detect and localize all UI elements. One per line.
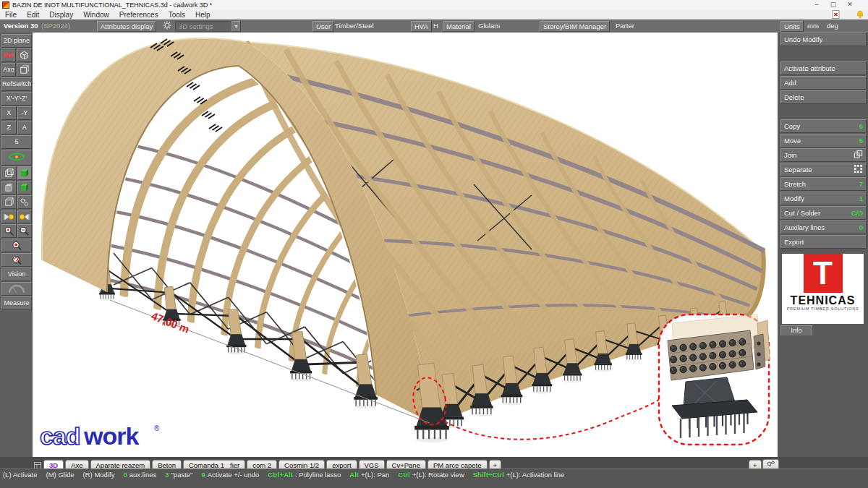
activate-attribute-button[interactable]: Activate attribute (780, 61, 867, 75)
shortcut-badge: 0 (859, 223, 863, 231)
3d-viewport[interactable]: 47,00 m cad (33, 33, 778, 457)
button-label: Stretch (784, 180, 806, 188)
status-segment: Ctrl+Alt (268, 471, 293, 479)
grid-step-button[interactable]: 5 (1, 135, 32, 149)
maximize-button[interactable]: ▢ (827, 0, 840, 9)
status-segment: (M) Glide (46, 471, 75, 479)
minus-y-axis-button[interactable]: -Y (17, 106, 33, 120)
status-segment: (R) Modify (83, 471, 115, 479)
3d-settings-dropdown[interactable]: 3D settings (175, 21, 231, 32)
render-settings-gears-icon[interactable] (17, 195, 33, 209)
sidebar-spacer (780, 105, 867, 119)
units-mm-value: mm (807, 21, 819, 30)
attributes-display-button[interactable]: Attributes display (97, 21, 156, 32)
cadwork-logo: cad work ® (38, 421, 165, 453)
close-button[interactable]: ✕ (843, 0, 856, 9)
delete-button[interactable]: Delete (780, 90, 867, 104)
refswitch-button[interactable]: RefSwitch (1, 77, 32, 91)
auxilary-lines-button[interactable]: Auxilary lines0 (780, 221, 867, 234)
sidebar-spacer (780, 47, 867, 61)
x-axis-button[interactable]: X (1, 106, 17, 120)
menu-help[interactable]: Help (190, 10, 216, 20)
storey-value: Parter (616, 21, 634, 30)
window-title: BAZIN DE INOT MULTIFUNCTIONAL_TEHNICAS.3… (12, 1, 212, 9)
minimize-button[interactable]: – (810, 0, 823, 9)
render-cube-icon[interactable] (1, 195, 17, 209)
button-label: Export (784, 238, 804, 246)
units-chip[interactable]: Units (780, 21, 804, 32)
z-axis-button[interactable]: Z (1, 121, 17, 134)
menu-window[interactable]: Window (78, 10, 114, 20)
speedometer-icon[interactable] (1, 282, 32, 296)
perspective-button[interactable]: Per (1, 48, 16, 62)
separate-button[interactable]: Separate (780, 163, 867, 176)
zoom-in-icon[interactable] (1, 224, 17, 238)
info-tab[interactable]: Info (780, 325, 812, 335)
copy-button[interactable]: Copy6 (780, 119, 867, 133)
measure-button[interactable]: Measure (1, 296, 32, 310)
tehnicas-t-mark: T (804, 254, 843, 293)
previous-view-lamp-icon[interactable] (1, 210, 17, 223)
zoom-window-icon[interactable] (1, 239, 32, 252)
button-label: Modify (784, 194, 804, 202)
menu-tools[interactable]: Tools (163, 10, 190, 20)
user-chip[interactable]: User (312, 21, 334, 32)
axonometric-button[interactable]: Axo (1, 63, 16, 77)
status-segment: 9 (201, 471, 205, 479)
cut-solder-button[interactable]: Cut / SolderC/D (780, 206, 867, 220)
undo-modify-button[interactable]: Undo Modify (780, 33, 867, 46)
rotate-3d-icon[interactable] (1, 150, 32, 166)
material-chip[interactable]: Material (443, 21, 475, 32)
axo-cube-icon[interactable] (17, 63, 32, 77)
view-sidebar: 2D plane Per Axo RefSwitch X'-Y'-Z' X -Y… (0, 33, 33, 457)
hva-chip[interactable]: HVA (411, 21, 432, 32)
button-label: Move (784, 137, 801, 145)
shortcut-badge: 5 (859, 137, 863, 145)
button-label: Activate attribute (784, 64, 835, 72)
hidden-lines-cube-icon[interactable] (1, 181, 17, 194)
stretch-button[interactable]: Stretch7 (780, 177, 867, 191)
button-label: Copy (784, 122, 800, 130)
app-icon (2, 1, 9, 9)
add-button[interactable]: Add (780, 76, 867, 90)
button-label: Cut / Solder (784, 209, 820, 217)
menu-file[interactable]: File (0, 10, 22, 20)
2d-plane-button[interactable]: 2D plane (1, 34, 32, 48)
user-value: Timber/Steel (335, 21, 374, 30)
menu-display[interactable]: Display (44, 10, 78, 20)
export-button[interactable]: Export (780, 235, 867, 249)
settings-gear-icon[interactable] (162, 20, 172, 30)
move-button[interactable]: Move5 (780, 134, 867, 147)
a-axis-button[interactable]: A (17, 121, 33, 134)
status-segment: 0 (123, 471, 127, 479)
button-label: Auxilary lines (784, 223, 825, 231)
menu-edit[interactable]: Edit (22, 10, 44, 20)
status-segment: +(L): Activation line (506, 471, 565, 479)
status-segment: Alt (349, 471, 359, 479)
xyz-axis-button[interactable]: X'-Y'-Z' (1, 92, 32, 106)
document-error-icon[interactable] (832, 10, 841, 20)
status-segment: +(L): Rotate view (412, 471, 464, 479)
status-segment: Shift+Ctrl (473, 471, 504, 479)
shaded-view-cube-icon[interactable] (17, 166, 33, 180)
zoom-previous-icon[interactable] (1, 253, 32, 267)
zoom-out-icon[interactable] (17, 224, 33, 238)
menu-preferences[interactable]: Preferences (114, 10, 163, 20)
next-view-lamp-icon[interactable] (17, 210, 33, 223)
3d-settings-dropdown-arrow[interactable]: ▼ (231, 21, 241, 32)
notification-bell-icon[interactable] (856, 10, 864, 20)
wireframe-cube-icon[interactable] (1, 166, 17, 180)
solid-green-cube-icon[interactable] (17, 181, 33, 194)
status-segment: 3 (165, 471, 169, 479)
storey-bim-chip[interactable]: Storey/BIM Manager (540, 21, 610, 32)
perspective-cube-icon[interactable] (17, 48, 32, 62)
logo-registered-mark: ® (154, 424, 160, 432)
units-deg-value: deg (827, 21, 838, 30)
join-button[interactable]: Join (780, 148, 867, 162)
scene-tab-bar: 3DAxeAparate reazemBetonComanda 1 _fierc… (0, 457, 868, 468)
vision-button[interactable]: Vision (1, 267, 32, 281)
status-segment: +(L): Pan (361, 471, 389, 479)
edit-sidebar: Undo ModifyActivate attributeAddDeleteCo… (779, 33, 868, 457)
shortcut-badge: 7 (859, 180, 863, 188)
modify-button[interactable]: Modify1 (780, 192, 867, 205)
